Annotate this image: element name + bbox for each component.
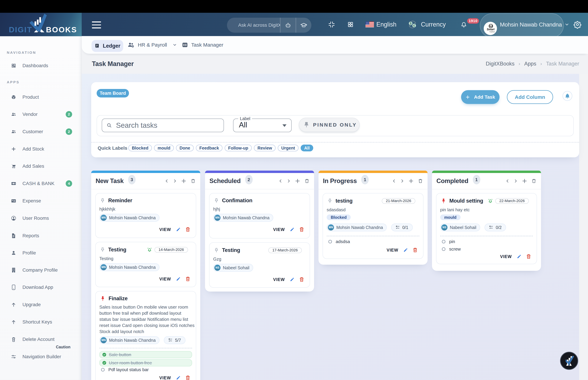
svg-text:Fashion: Fashion (490, 31, 495, 33)
svg-text:Smart: Smart (487, 28, 494, 31)
svg-text:DIGIT: DIGIT (9, 25, 32, 34)
svg-text:BOOKS: BOOKS (46, 25, 77, 34)
svg-text:€: € (413, 24, 415, 27)
svg-text:$: $ (410, 22, 412, 25)
svg-text:NA: NA (489, 25, 493, 28)
